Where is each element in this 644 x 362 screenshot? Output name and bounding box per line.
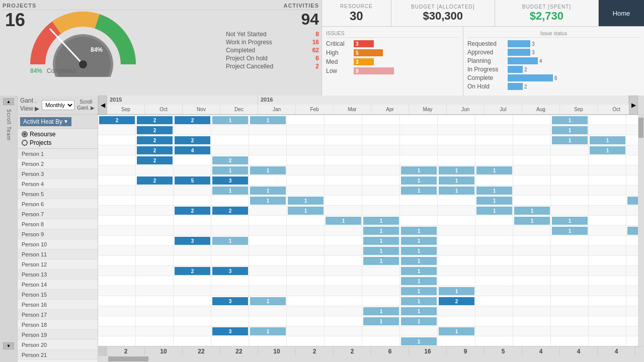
act-row-4: Project On hold 6 [226, 54, 319, 62]
gantt-cell-21-6 [325, 326, 362, 336]
budget-allocated-value: $30,300 [423, 10, 463, 23]
status-approved-label: Approved [467, 49, 508, 56]
gantt-bar-r13-c7: 1 [363, 247, 399, 255]
issue-status-title: Issue status [467, 31, 640, 38]
scroll-up-button[interactable]: ▲ [3, 98, 14, 105]
gantt-cell-2-6 [325, 135, 362, 145]
gantt-cell-13-10 [475, 246, 513, 255]
gantt-scroll-right-btn[interactable]: ▶ [629, 96, 638, 115]
person-row-5: Person 5 [18, 189, 98, 199]
gantt-cell-1-3 [211, 125, 249, 135]
gantt-cell-3-7 [362, 145, 400, 155]
status-complete-label: Complete [467, 74, 508, 81]
gantt-cell-7-2 [174, 186, 211, 195]
gantt-cell-20-11 [513, 316, 551, 326]
gantt-cell-13-11 [513, 246, 551, 255]
person-row-17: Person 17 [18, 310, 98, 320]
gantt-cell-19-0 [98, 306, 136, 316]
gantt-cell-8-3 [211, 196, 249, 205]
gantt-bar-r0-c2: 2 [175, 116, 210, 124]
issue-low-label: Low [326, 67, 354, 74]
act-label-4: Project On hold [226, 55, 268, 62]
month-sep-1: Sep [107, 105, 145, 114]
gantt-vscroll-thumb[interactable] [638, 118, 643, 138]
gantt-cell-18-1 [136, 296, 174, 306]
status-inprogress-bar [508, 66, 523, 73]
gantt-cell-15-4 [249, 266, 287, 276]
gantt-cell-0-7 [362, 115, 400, 125]
gantt-scroll-left-btn[interactable]: ◀ [98, 96, 107, 115]
gantt-cell-5-11 [513, 165, 551, 175]
gantt-cell-1-9 [438, 125, 475, 135]
month-feb: Feb [296, 105, 334, 114]
gantt-cell-20-9 [438, 316, 475, 326]
gantt-row-19: 11 [98, 306, 638, 316]
gantt-cell-14-12 [551, 256, 589, 265]
gantt-cell-22-12 [551, 336, 589, 346]
gantt-cell-21-10 [475, 326, 513, 336]
gantt-bar-r9-c3: 2 [212, 207, 248, 215]
scroll-gant-btn[interactable]: ScrollGant. ▶ [77, 99, 95, 111]
gantt-cell-4-10 [475, 155, 513, 165]
gantt-bar-r7-c8: 1 [401, 187, 437, 195]
gant-view-btn[interactable]: Gant . View ▶ [20, 97, 39, 113]
gantt-cell-11-10 [475, 226, 513, 235]
gantt-cell-17-3 [211, 286, 249, 296]
gantt-cell-3-6 [325, 145, 362, 155]
gantt-bar-r7-c9: 1 [439, 187, 474, 195]
gantt-cell-6-0 [98, 175, 136, 185]
gantt-row-18: 3112 [98, 296, 638, 306]
home-button[interactable]: Home [599, 0, 644, 26]
gantt-cell-9-9 [438, 206, 475, 215]
gantt-hscroll-thumb[interactable] [108, 356, 148, 361]
activity-heat-button[interactable]: Activit Heat By ▼ [20, 117, 71, 126]
gantt-cell-16-7 [362, 276, 400, 286]
gantt-cell-20-5 [287, 316, 325, 326]
gantt-cell-1-4 [249, 125, 287, 135]
gantt-cell-11-2 [174, 226, 211, 235]
resource-radio[interactable]: Resourse [22, 131, 94, 138]
gantt-vscroll[interactable] [638, 96, 644, 115]
gantt-vscroll-track[interactable] [638, 115, 644, 346]
gantt-cell-21-11 [513, 326, 551, 336]
projects-radio[interactable]: Projects [22, 139, 94, 146]
gantt-bar-r15-c3: 3 [212, 267, 248, 275]
gantt-hscroll[interactable] [98, 356, 644, 362]
gantt-bar-r7-c4: 1 [250, 187, 286, 195]
status-planning-row: Planning 4 [467, 57, 640, 64]
gantt-cell-14-4 [249, 256, 287, 265]
gantt-cell-19-5 [287, 306, 325, 316]
act-label-2: Work in Progress [226, 39, 272, 46]
scroll-down-button[interactable]: ▼ [3, 342, 14, 349]
month-oct: Oct [145, 105, 183, 114]
gantt-row-9: 22111 [98, 206, 638, 216]
gantt-cell-12-4 [249, 236, 287, 245]
gantt-cell-17-13 [589, 286, 626, 296]
gantt-cell-21-1 [136, 326, 174, 336]
gantt-cell-18-10 [475, 296, 513, 306]
gantt-cell-3-3 [211, 145, 249, 155]
act-val-3: 62 [312, 47, 319, 54]
gantt-cell-7-1 [136, 186, 174, 195]
gantt-bar-r3-c2: 4 [175, 146, 210, 154]
gantt-cell-14-13 [589, 256, 626, 265]
gantt-cell-2-9 [438, 135, 475, 145]
gantt-timeline-header: ◀ 2015 2016 Sep Oct Nov Dec [98, 96, 644, 115]
monthly-select[interactable]: Monthly [42, 100, 74, 110]
gantt-cell-4-2 [174, 155, 211, 165]
gantt-cell-14-11 [513, 256, 551, 265]
issue-critical-row: Critical 3 [326, 40, 459, 47]
gantt-bar-r2-c2: 2 [175, 136, 210, 144]
gantt-cell-6-10 [475, 175, 513, 185]
act-row-2: Work in Progress 16 [226, 38, 319, 46]
projects-radio-label: Projects [30, 139, 51, 146]
gantt-bar-r0-c0: 2 [99, 116, 135, 124]
gantt-cell-0-14 [626, 115, 638, 125]
gantt-bar-r15-c8: 1 [401, 267, 437, 275]
issue-critical-label: Critical [326, 40, 354, 47]
gantt-cell-12-14 [626, 236, 638, 245]
gantt-cell-9-8 [400, 206, 438, 215]
gantt-cell-5-2 [174, 165, 211, 175]
activity-count: 94 [226, 10, 319, 29]
gantt-bar-r6-c2: 5 [175, 176, 210, 185]
